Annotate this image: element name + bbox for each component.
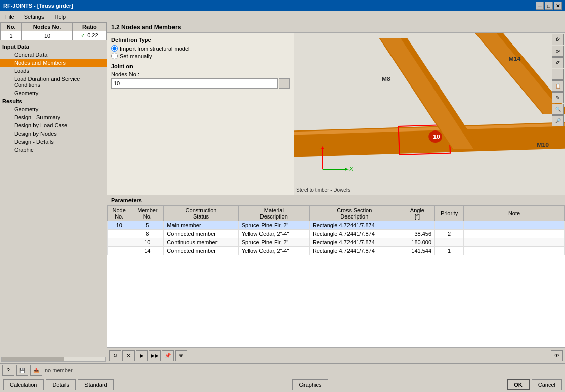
pin-button[interactable]: 📌: [162, 350, 174, 361]
cell-cross: Rectangle 4.72441/7.874: [309, 230, 400, 238]
cell-ratio: ✓ 0.22: [72, 31, 106, 40]
fast-forward-button[interactable]: ▶▶: [149, 350, 161, 361]
details-button[interactable]: Details: [46, 379, 76, 390]
th-material: MaterialDescription: [238, 206, 309, 221]
th-node: NodeNo.: [108, 206, 131, 221]
radio-manual[interactable]: Set manually: [111, 53, 290, 59]
cell-material: Spruce-Pine-Fir, 2": [238, 221, 309, 230]
cell-material: Yellow Cedar, 2"-4": [238, 230, 309, 238]
params-title: Parameters: [107, 195, 565, 206]
close-button[interactable]: ✕: [554, 2, 562, 10]
standard-button[interactable]: Standard: [78, 379, 114, 390]
radio-manual-label: Set manually: [120, 53, 152, 59]
status-save-button[interactable]: 💾: [16, 365, 28, 376]
cell-nodes: 10: [22, 31, 72, 40]
radio-manual-input[interactable]: [111, 53, 118, 59]
cell-member: 5: [131, 221, 164, 230]
params-table-wrapper[interactable]: NodeNo. MemberNo. ConstructionStatus Mat…: [107, 206, 565, 347]
scroll-track[interactable]: [1, 357, 106, 362]
results-section-label: Results: [0, 97, 107, 105]
vp-btn-search[interactable]: 🔍: [552, 104, 564, 115]
joint-label: Joint on: [111, 63, 290, 69]
vp-btn-fx[interactable]: fx: [552, 34, 564, 45]
refresh-button[interactable]: ↻: [109, 350, 121, 361]
table-row[interactable]: 8 Connected member Yellow Cedar, 2"-4" R…: [108, 230, 565, 238]
cell-angle: 38.456: [400, 230, 434, 238]
vp-btn-copy[interactable]: 📋: [552, 80, 564, 92]
col-ratio: Ratio: [72, 23, 106, 31]
sidebar-item-load-duration[interactable]: Load Duration and Service Conditions: [0, 75, 107, 89]
svg-text:10: 10: [433, 134, 440, 140]
sidebar-item-geometry-input[interactable]: Geometry: [0, 89, 107, 97]
joint-section: Joint on Nodes No.: ⋯: [111, 63, 290, 89]
nodes-label: Nodes No.:: [111, 71, 290, 77]
maximize-button[interactable]: □: [545, 2, 553, 10]
nodes-picker-button[interactable]: ⋯: [279, 78, 290, 89]
eye-right-button[interactable]: 👁: [551, 350, 563, 361]
sidebar-item-geometry-result[interactable]: Geometry: [0, 105, 107, 113]
params-table: NodeNo. MemberNo. ConstructionStatus Mat…: [107, 206, 565, 255]
menu-file[interactable]: File: [2, 13, 17, 21]
svg-text:M14: M14: [509, 56, 521, 62]
minimize-button[interactable]: ─: [536, 2, 544, 10]
sidebar-item-design-nodes[interactable]: Design by Nodes: [0, 129, 107, 138]
col-no: No.: [1, 23, 22, 31]
next-button[interactable]: ▶: [136, 350, 148, 361]
cell-material: Spruce-Pine-Fir, 2": [238, 238, 309, 247]
calculation-button[interactable]: Calculation: [3, 379, 44, 390]
bottom-bar: Calculation Details Standard Graphics OK…: [0, 377, 565, 392]
radio-import[interactable]: Import from structural model: [111, 45, 290, 52]
radio-import-input[interactable]: [111, 45, 118, 52]
eye-button[interactable]: 👁: [175, 350, 187, 361]
table-row[interactable]: 10 Continuous member Spruce-Pine-Fir, 2"…: [108, 238, 565, 247]
vp-btn-edit[interactable]: ✎: [552, 92, 564, 103]
radio-import-label: Import from structural model: [120, 46, 190, 52]
table-row[interactable]: 1 10 ✓ 0.22: [1, 31, 107, 40]
delete-button[interactable]: ✕: [122, 350, 135, 361]
title-bar: RF-JOINTS - [Truss girder] ─ □ ✕: [0, 0, 565, 11]
truss-svg: X 10 M8 M14 M10: [294, 33, 565, 195]
th-angle: Angle[°]: [400, 206, 434, 221]
cell-status: Main member: [164, 221, 238, 230]
ok-button[interactable]: OK: [507, 379, 530, 390]
cell-no: 1: [1, 31, 22, 40]
cell-member: 10: [131, 238, 164, 247]
table-row[interactable]: 14 Connected member Yellow Cedar, 2"-4" …: [108, 247, 565, 255]
cell-status: Connected member: [164, 247, 238, 255]
sidebar-item-general-data[interactable]: General Data: [0, 51, 107, 59]
vp-btn-zoom[interactable]: 🔎: [552, 115, 564, 126]
sidebar-item-design-summary[interactable]: Design - Summary: [0, 113, 107, 121]
table-row[interactable]: 10 5 Main member Spruce-Pine-Fir, 2" Rec…: [108, 221, 565, 230]
menu-help[interactable]: Help: [51, 13, 69, 21]
vp-btn-blank[interactable]: [552, 69, 564, 80]
sidebar-item-loads[interactable]: Loads: [0, 67, 107, 75]
th-note: Note: [464, 206, 565, 221]
cancel-button[interactable]: Cancel: [532, 379, 562, 390]
sidebar-item-design-load-case[interactable]: Design by Load Case: [0, 121, 107, 129]
svg-text:X: X: [349, 166, 353, 172]
vp-btn-iz[interactable]: iZ: [552, 57, 564, 68]
content-top: Definition Type Import from structural m…: [107, 33, 565, 195]
sidebar-item-nodes-members[interactable]: Nodes and Members: [0, 59, 107, 67]
status-export-button[interactable]: 📤: [30, 365, 42, 376]
def-type-title: Definition Type: [111, 37, 290, 43]
radio-group: Import from structural model Set manuall…: [111, 45, 290, 59]
vp-btn-x2[interactable]: x²: [552, 46, 564, 57]
status-text: no member: [45, 367, 563, 373]
sidebar-item-graphic[interactable]: Graphic: [0, 146, 107, 154]
graphics-button[interactable]: Graphics: [292, 379, 328, 390]
nodes-input[interactable]: [111, 78, 278, 89]
left-scrollbar[interactable]: [0, 355, 107, 363]
cell-member: 8: [131, 230, 164, 238]
menu-settings[interactable]: Settings: [21, 13, 48, 21]
cell-note: [464, 238, 565, 247]
th-priority: Priority: [435, 206, 464, 221]
node-table: No. Nodes No. Ratio 1 10 ✓ 0.22: [0, 22, 107, 40]
status-help-button[interactable]: ?: [2, 365, 14, 376]
cell-note: [464, 247, 565, 255]
input-section-label: Input Data: [0, 42, 107, 51]
cell-priority: [435, 221, 464, 230]
definition-panel: Definition Type Import from structural m…: [107, 33, 294, 195]
sidebar-item-design-details[interactable]: Design - Details: [0, 138, 107, 146]
cell-angle: [400, 221, 434, 230]
